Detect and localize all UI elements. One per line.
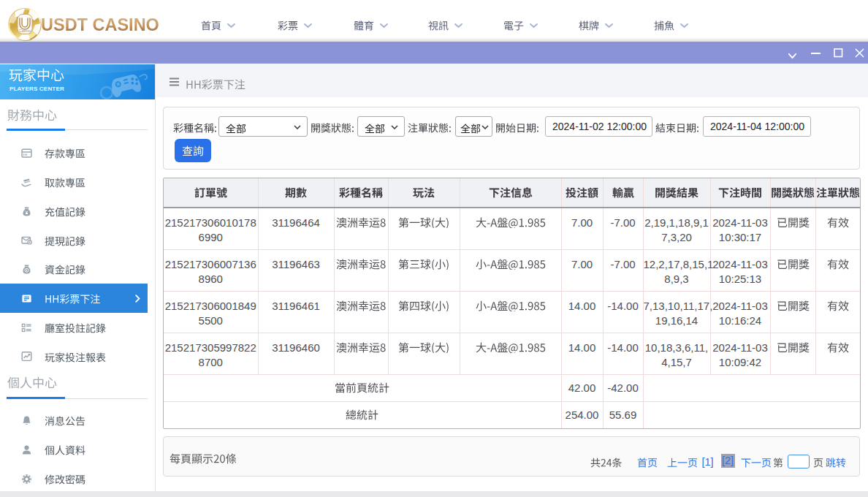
svg-text:Casino: Casino — [19, 29, 31, 33]
